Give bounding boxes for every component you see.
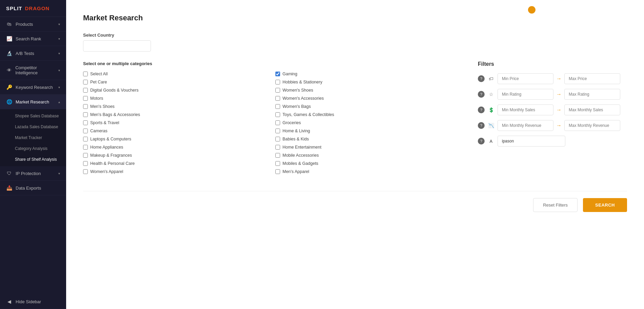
checkbox-mobile-accessories[interactable] [275,153,280,158]
nav-item-products[interactable]: 🛍 Products ▾ [0,17,66,32]
min-price-input[interactable] [497,73,553,84]
category-item-hobbies-stationery[interactable]: Hobbies & Stationery [275,80,457,84]
category-item-cameras[interactable]: Cameras [83,129,265,133]
price-help-icon[interactable]: ? [478,75,485,82]
max-rating-input[interactable] [564,89,620,100]
checkbox-mens-apparel[interactable] [275,169,280,174]
category-item-gaming[interactable]: Gaming [275,72,457,76]
category-item-groceries[interactable]: Groceries [275,120,457,125]
brand-help-icon[interactable]: ? [478,138,485,144]
data-exports-icon: 📥 [6,185,12,191]
nav-item-ip-protection[interactable]: 🛡 IP Protection ▾ [0,166,66,181]
search-button[interactable]: SEARCH [583,198,627,212]
checkbox-sports-travel[interactable] [83,120,88,125]
nav-item-search-rank[interactable]: 📈 Search Rank ▾ [0,32,66,46]
checkbox-womens-shoes[interactable] [275,88,280,93]
sidebar-item-shopee-sales-db[interactable]: Shopee Sales Database [0,111,66,121]
checkbox-womens-bags[interactable] [275,104,280,109]
category-label-laptops-computers: Laptops & Computers [90,137,131,141]
category-item-mobile-accessories[interactable]: Mobile Accessories [275,153,457,158]
category-label-womens-apparel: Women's Apparel [90,169,123,174]
category-label-motors: Motors [90,96,103,101]
checkbox-digital-goods[interactable] [83,88,88,93]
keyword-icon: 🔑 [6,84,12,90]
nav-item-data-exports[interactable]: 📥 Data Exports [0,181,66,195]
monthly-revenue-help-icon[interactable]: ? [478,122,485,129]
category-item-womens-bags[interactable]: Women's Bags [275,104,457,109]
max-monthly-revenue-input[interactable] [564,120,620,131]
category-item-pet-care[interactable]: Pet Care [83,80,265,84]
category-label-home-living: Home & Living [282,129,310,133]
category-label-hobbies-stationery: Hobbies & Stationery [282,80,322,84]
max-price-input[interactable] [564,73,620,84]
category-item-makeup-fragrances[interactable]: Makeup & Fragrances [83,153,265,158]
checkbox-health-personal-care[interactable] [83,161,88,166]
category-label-health-personal-care: Health & Personal Care [90,161,135,166]
category-item-mens-bags[interactable]: Men's Bags & Accessories [83,112,265,117]
category-item-mobiles-gadgets[interactable]: Mobiles & Gadgets [275,161,457,166]
category-item-womens-accessories[interactable]: Women's Accessories [275,96,457,101]
nav-item-ab-tests[interactable]: 🔬 A/B Tests ▾ [0,46,66,61]
sidebar-item-category-analysis[interactable]: Category Analysis [0,143,66,154]
category-item-mens-apparel[interactable]: Men's Apparel [275,169,457,174]
category-item-babies-kids[interactable]: Babies & Kids [275,137,457,141]
category-item-womens-shoes[interactable]: Women's Shoes [275,88,457,93]
categories-section: Select one or multiple categories Select… [83,61,457,174]
nav-item-keyword-research[interactable]: 🔑 Keyword Research ▾ [0,80,66,95]
checkbox-makeup-fragrances[interactable] [83,153,88,158]
hide-sidebar-button[interactable]: ◀ Hide Sidebar [0,294,66,309]
filter-row-monthly-revenue: ? 📉 → [478,120,627,131]
category-item-motors[interactable]: Motors [83,96,265,101]
checkbox-womens-accessories[interactable] [275,96,280,101]
sidebar-item-market-tracker[interactable]: Market Tracker [0,132,66,143]
notification-indicator[interactable] [528,6,535,14]
category-item-sports-travel[interactable]: Sports & Travel [83,120,265,125]
checkbox-womens-apparel[interactable] [83,169,88,174]
category-item-home-entertainment[interactable]: Home Entertainment [275,145,457,150]
filter-row-price: ? 🏷 → [478,73,627,84]
category-item-mens-shoes[interactable]: Men's Shoes [83,104,265,109]
checkbox-cameras[interactable] [83,129,88,133]
category-item-laptops-computers[interactable]: Laptops & Computers [83,137,265,141]
category-item-digital-goods[interactable]: Digital Goods & Vouchers [83,88,265,93]
country-input[interactable] [83,40,151,52]
category-label-groceries: Groceries [282,120,301,125]
rating-help-icon[interactable]: ? [478,91,485,98]
category-item-womens-apparel[interactable]: Women's Apparel [83,169,265,174]
checkbox-select-all[interactable] [83,72,88,76]
reset-filters-button[interactable]: Reset Filters [533,198,578,212]
checkbox-gaming[interactable] [275,72,280,76]
category-label-mobiles-gadgets: Mobiles & Gadgets [282,161,318,166]
category-item-toys-games[interactable]: Toys, Games & Collectibles [275,112,457,117]
checkbox-mens-bags[interactable] [83,112,88,117]
monthly-sales-help-icon[interactable]: ? [478,107,485,113]
min-rating-input[interactable] [497,89,553,100]
category-item-health-personal-care[interactable]: Health & Personal Care [83,161,265,166]
category-item-home-living[interactable]: Home & Living [275,129,457,133]
sidebar-item-lazada-sales-db[interactable]: Lazada Sales Database [0,121,66,132]
min-monthly-sales-input[interactable] [497,104,553,115]
sidebar-item-share-of-shelf[interactable]: Share of Shelf Analysis [0,154,66,165]
category-label-digital-goods: Digital Goods & Vouchers [90,88,138,93]
checkbox-home-appliances[interactable] [83,145,88,150]
checkbox-pet-care[interactable] [83,80,88,84]
checkbox-hobbies-stationery[interactable] [275,80,280,84]
checkbox-motors[interactable] [83,96,88,101]
checkbox-mens-shoes[interactable] [83,104,88,109]
checkbox-home-living[interactable] [275,129,280,133]
category-item-select-all[interactable]: Select All [83,72,265,76]
checkbox-babies-kids[interactable] [275,137,280,141]
checkbox-groceries[interactable] [275,120,280,125]
brand-filter-input[interactable] [497,136,565,147]
checkbox-laptops-computers[interactable] [83,137,88,141]
checkbox-mobiles-gadgets[interactable] [275,161,280,166]
category-item-home-appliances[interactable]: Home Appliances [83,145,265,150]
checkbox-toys-games[interactable] [275,112,280,117]
max-monthly-sales-input[interactable] [564,104,620,115]
min-monthly-revenue-input[interactable] [497,120,553,131]
nav-item-market-research[interactable]: 🌐 Market Research ▴ [0,95,66,109]
nav-item-competitor[interactable]: 👁 Competitor Intelligence ▾ [0,61,66,80]
checkbox-home-entertainment[interactable] [275,145,280,150]
category-label-makeup-fragrances: Makeup & Fragrances [90,153,132,158]
nav-label-ab-tests: A/B Tests [16,51,34,56]
